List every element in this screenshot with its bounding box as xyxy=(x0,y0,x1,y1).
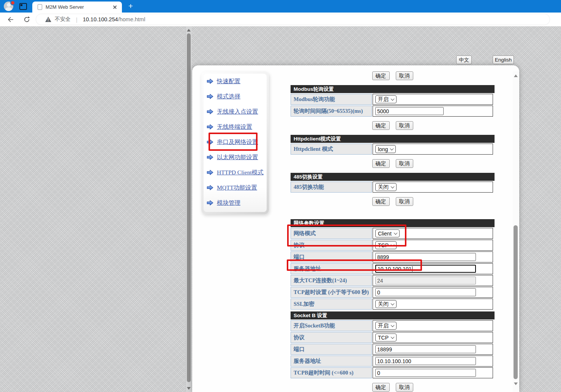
field-select[interactable]: 关闭 xyxy=(375,300,397,308)
address-separator: | xyxy=(76,16,77,23)
sidebar-item[interactable]: HTTPD Client模式 xyxy=(207,165,267,180)
chevron-down-icon xyxy=(391,243,395,247)
sidebar-item-label[interactable]: 模块管理 xyxy=(217,199,240,207)
settings-table: 开启SocketB功能开启协议TCP端口18899服务器地址10.10.100.… xyxy=(290,319,494,379)
field-select[interactable]: TCP xyxy=(375,334,397,341)
tab-title: M2M Web Server xyxy=(46,4,112,10)
sidebar-item[interactable]: MQTT功能设置 xyxy=(207,180,267,195)
button-row: 确定取消 xyxy=(291,197,495,206)
sidebar-item[interactable]: 模块管理 xyxy=(207,195,267,210)
field-input[interactable]: 18899 xyxy=(375,345,476,353)
field-value-cell: TCP xyxy=(373,240,493,251)
left-scrollbar-thumb[interactable] xyxy=(187,33,191,382)
cancel-button[interactable]: 取消 xyxy=(396,383,413,392)
input-value: 24 xyxy=(377,278,383,284)
sidebar-item-label[interactable]: MQTT功能设置 xyxy=(217,184,257,192)
sidebar-item-label[interactable]: 无线终端设置 xyxy=(217,123,252,131)
english-language-button[interactable]: English xyxy=(493,55,514,64)
section-header: 485切换设置 xyxy=(291,173,495,181)
select-value: TCP xyxy=(378,335,389,341)
field-select[interactable]: 关闭 xyxy=(375,183,397,191)
table-row: 协议TCP xyxy=(291,240,493,251)
table-row: TCPB超时时间 (<=600 s)0 xyxy=(291,367,493,378)
field-select[interactable]: TCP xyxy=(375,241,397,249)
refresh-icon[interactable] xyxy=(23,16,30,23)
address-bar[interactable]: 不安全 | 10.10.100.254/home.html xyxy=(36,14,550,25)
field-value-cell: 8899 xyxy=(373,251,493,262)
ok-button[interactable]: 确定 xyxy=(372,121,390,130)
select-value: 关闭 xyxy=(378,301,389,308)
panel-scrollbar-thumb[interactable] xyxy=(514,225,518,379)
field-select[interactable]: 开启 xyxy=(375,95,397,103)
field-input[interactable]: 0 xyxy=(375,369,476,377)
field-value-cell: 关闭 xyxy=(373,299,493,310)
field-input[interactable]: 8899 xyxy=(375,253,476,261)
sidebar-item-label[interactable]: 无线接入点设置 xyxy=(217,108,258,116)
field-label: 协议 xyxy=(291,332,372,343)
sidebar-item-label[interactable]: HTTPD Client模式 xyxy=(217,169,264,177)
sidebar-item[interactable]: 以太网功能设置 xyxy=(207,150,267,165)
scroll-up-icon[interactable] xyxy=(187,29,191,32)
sidebar-item-label[interactable]: 模式选择 xyxy=(217,93,240,101)
ok-button[interactable]: 确定 xyxy=(372,197,390,206)
table-row: 端口8899 xyxy=(291,251,493,262)
sidebar-item[interactable]: 串口及网络设置 xyxy=(207,134,267,150)
field-value-cell: 0 xyxy=(373,367,493,378)
field-value-cell: 18899 xyxy=(373,344,493,355)
field-select[interactable]: long xyxy=(375,145,396,153)
table-row: 最大TCP连接数(1~24)24 xyxy=(291,275,493,286)
select-value: Client xyxy=(378,231,392,237)
input-value: 10.10.100.100 xyxy=(377,358,411,364)
close-icon[interactable] xyxy=(112,4,118,10)
field-input[interactable]: 24 xyxy=(375,277,476,285)
left-scrollbar[interactable] xyxy=(185,27,192,392)
field-input[interactable]: 10.10.100.100 xyxy=(375,357,476,365)
field-value-cell: 开启 xyxy=(373,320,493,331)
sidebar-item[interactable]: 模式选择 xyxy=(207,89,267,104)
browser-toolbar: 不安全 | 10.10.100.254/home.html xyxy=(0,13,561,27)
tab-search-icon[interactable] xyxy=(19,3,27,10)
sidebar: 快速配置模式选择无线接入点设置无线终端设置串口及网络设置以太网功能设置HTTPD… xyxy=(201,71,269,214)
chinese-language-button[interactable]: 中文 xyxy=(456,55,472,64)
cancel-button[interactable]: 取消 xyxy=(396,197,413,206)
ok-button[interactable]: 确定 xyxy=(372,71,390,80)
button-row: 确定取消 xyxy=(291,383,495,392)
field-input[interactable]: 0 xyxy=(375,288,476,296)
field-input[interactable]: 10.10.100.101 xyxy=(375,265,476,273)
cancel-button[interactable]: 取消 xyxy=(396,121,413,130)
arrow-icon xyxy=(207,200,213,206)
field-value-cell: 24 xyxy=(373,275,493,286)
input-value: 0 xyxy=(377,370,380,376)
field-select[interactable]: 开启 xyxy=(375,322,397,330)
chevron-down-icon xyxy=(391,302,395,305)
sidebar-item-label[interactable]: 串口及网络设置 xyxy=(217,138,258,146)
config-form: 确定取消Modbus轮询设置Modbus轮询功能开启轮询时间间隔(50~6553… xyxy=(291,71,495,392)
section-header: Modbus轮询设置 xyxy=(291,85,495,93)
field-label: 轮询时间间隔(50~65535)(ms) xyxy=(291,106,372,117)
sidebar-item-label[interactable]: 以太网功能设置 xyxy=(217,153,258,161)
url-text: 10.10.100.254/home.html xyxy=(83,16,145,22)
sidebar-item[interactable]: 无线接入点设置 xyxy=(207,104,267,119)
field-label: Modbus轮询功能 xyxy=(291,94,372,105)
field-input[interactable]: 5000 xyxy=(375,107,444,115)
table-row: 服务器地址10.10.100.100 xyxy=(291,356,493,367)
input-value: 5000 xyxy=(377,108,389,114)
security-label: 不安全 xyxy=(55,16,71,23)
settings-table: 485切换功能关闭 xyxy=(290,181,494,193)
field-select[interactable]: Client xyxy=(375,229,400,237)
cancel-button[interactable]: 取消 xyxy=(396,71,413,80)
sidebar-item[interactable]: 无线终端设置 xyxy=(207,119,267,134)
scroll-down-icon[interactable] xyxy=(187,387,191,390)
sidebar-item-label[interactable]: 快速配置 xyxy=(217,77,240,85)
panel-scroll-down-icon[interactable] xyxy=(514,383,518,385)
ok-button[interactable]: 确定 xyxy=(372,383,390,392)
panel-scrollbar[interactable] xyxy=(513,71,519,392)
field-value-cell: TCP xyxy=(373,332,493,343)
browser-tab[interactable]: M2M Web Server xyxy=(32,2,122,13)
back-icon[interactable] xyxy=(7,16,14,23)
new-tab-button[interactable]: + xyxy=(126,2,135,11)
cancel-button[interactable]: 取消 xyxy=(396,159,413,168)
ok-button[interactable]: 确定 xyxy=(372,159,390,168)
panel-scroll-up-icon[interactable] xyxy=(514,74,518,77)
sidebar-item[interactable]: 快速配置 xyxy=(207,74,267,89)
